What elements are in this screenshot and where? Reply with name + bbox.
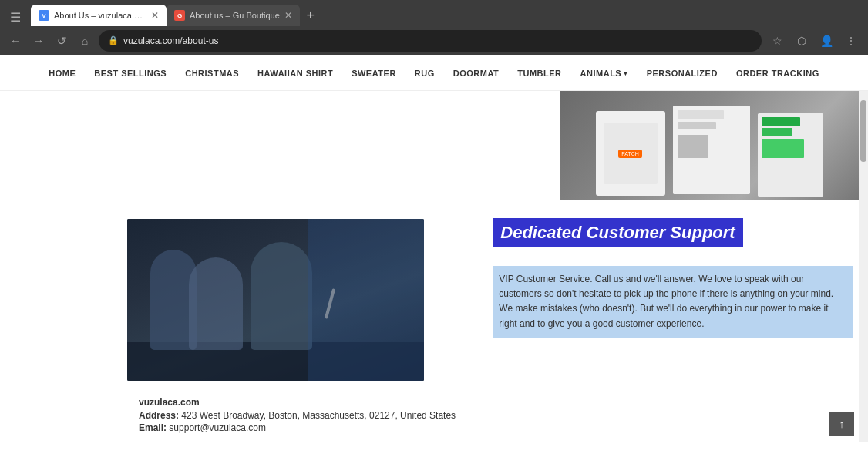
reload-icon: ↺ (57, 35, 66, 47)
nav-best-sellings[interactable]: BEST SELLINGS (94, 69, 167, 78)
email-value: support@vuzulaca.com (169, 422, 266, 433)
tab-bar: ☰ V About Us – vuzulaca.com ✕ G About us… (0, 0, 868, 26)
footer-info: vuzulaca.com Address: 423 West Broadway,… (123, 388, 471, 442)
address-value: 423 West Broadway, Boston, Massachusetts… (181, 410, 456, 421)
extensions-icon: ⬡ (797, 35, 806, 47)
footer-domain: vuzulaca.com (139, 397, 456, 408)
tab-favicon-2: G (174, 10, 185, 21)
tab-label-1: About Us – vuzulaca.com (54, 11, 146, 20)
nav-hawaiian-shirt[interactable]: HAWAIIAN SHIRT (257, 69, 333, 78)
home-icon: ⌂ (82, 35, 88, 47)
scrollbar-thumb[interactable] (860, 100, 866, 162)
product-image-container: PATCH (560, 91, 859, 200)
email-label: Email: (139, 422, 167, 433)
sidebar-toggle-button[interactable]: ☰ (6, 8, 25, 26)
footer-address: Address: 423 West Broadway, Boston, Mass… (139, 410, 456, 421)
url-text: vuzulaca.com/about-us (123, 35, 218, 46)
scrollbar[interactable] (859, 91, 868, 442)
support-title: Dedicated Customer Support (493, 218, 742, 247)
main-area: PATCH (0, 91, 868, 442)
footer-email: Email: support@vuzulaca.com (139, 422, 456, 433)
nav-tumbler[interactable]: TUMBLER (517, 69, 561, 78)
page-content: HOME BEST SELLINGS CHRISTMAS HAWAIIAN SH… (0, 55, 868, 442)
address-bar[interactable]: 🔒 vuzulaca.com/about-us (99, 30, 762, 52)
menu-button[interactable]: ⋮ (840, 30, 862, 52)
forward-button[interactable]: → (29, 32, 48, 50)
menu-icon: ⋮ (846, 35, 856, 47)
profile-icon: 👤 (820, 35, 833, 47)
shirt-item-1: PATCH (596, 111, 665, 196)
nav-sweater[interactable]: SWEATER (352, 69, 396, 78)
tab-label-2: About us – Gu Boutique (190, 11, 280, 20)
nav-rug[interactable]: RUG (415, 69, 435, 78)
back-icon: ← (10, 35, 21, 47)
nav-animals-label: ANIMALS (580, 69, 622, 78)
customer-support-image (127, 219, 424, 381)
product-image: PATCH (560, 91, 859, 200)
home-button[interactable]: ⌂ (76, 32, 94, 50)
new-tab-button[interactable]: + (300, 5, 321, 26)
nav-doormat[interactable]: DOORMAT (453, 69, 500, 78)
tab-favicon-1: V (39, 10, 49, 21)
tab-about-us-vuzulaca[interactable]: V About Us – vuzulaca.com ✕ (31, 5, 167, 26)
tab-close-1[interactable]: ✕ (151, 10, 159, 21)
site-navigation: HOME BEST SELLINGS CHRISTMAS HAWAIIAN SH… (0, 55, 868, 91)
support-description: VIP Customer Service. Call us and we'll … (493, 266, 853, 338)
support-section: Dedicated Customer Support VIP Customer … (477, 203, 868, 353)
bookmark-button[interactable]: ☆ (766, 30, 788, 52)
extensions-button[interactable]: ⬡ (791, 30, 812, 52)
toolbar-icons: ☆ ⬡ 👤 ⋮ (766, 30, 862, 52)
forward-icon: → (33, 35, 44, 47)
back-button[interactable]: ← (6, 32, 25, 50)
browser-window: ☰ V About Us – vuzulaca.com ✕ G About us… (0, 0, 868, 442)
scroll-top-button[interactable]: ↑ (829, 412, 854, 436)
profile-button[interactable]: 👤 (816, 30, 837, 52)
tab-close-2[interactable]: ✕ (284, 10, 292, 21)
nav-home[interactable]: HOME (49, 69, 76, 78)
tab-gu-boutique[interactable]: G About us – Gu Boutique ✕ (167, 5, 300, 26)
scroll-up-icon: ↑ (839, 418, 845, 430)
address-bar-row: ← → ↺ ⌂ 🔒 vuzulaca.com/about-us ☆ ⬡ 👤 (0, 26, 868, 55)
shirt-item-3 (758, 113, 823, 197)
reload-button[interactable]: ↺ (52, 32, 71, 50)
nav-animals[interactable]: ANIMALS ▾ (580, 69, 628, 78)
nav-christmas[interactable]: CHRISTMAS (185, 69, 239, 78)
address-label: Address: (139, 410, 179, 421)
lock-icon: 🔒 (108, 35, 119, 45)
shirt-item-2 (673, 106, 750, 194)
nav-order-tracking[interactable]: ORDER TRACKING (736, 69, 819, 78)
star-icon: ☆ (772, 35, 782, 47)
nav-personalized[interactable]: PERSONALIZED (647, 69, 718, 78)
chevron-down-icon: ▾ (624, 69, 628, 77)
